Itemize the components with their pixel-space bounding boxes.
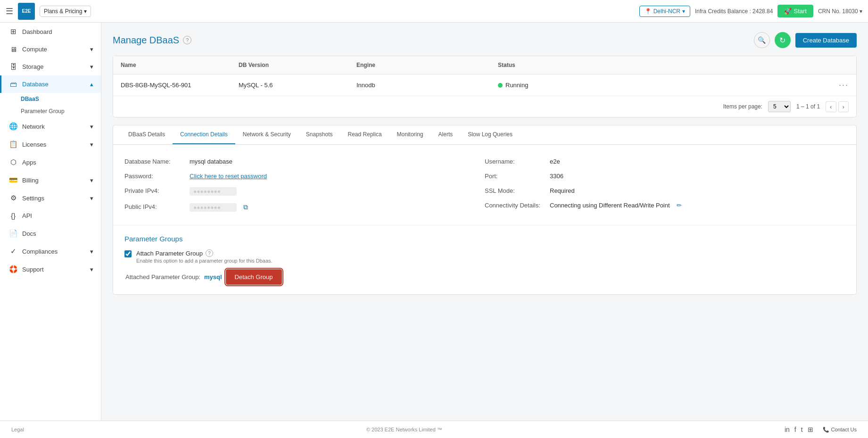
infra-credits: Infra Credits Balance : 2428.84 — [695, 8, 773, 15]
sidebar-item-compliances[interactable]: ✓ Compliances ▾ — [0, 242, 101, 260]
detail-tabs: DBaaS Details Connection Details Network… — [113, 125, 856, 145]
tab-snapshots[interactable]: Snapshots — [298, 125, 340, 144]
database-name-label: Database Name: — [124, 158, 186, 165]
param-help-icon[interactable]: ? — [206, 249, 213, 257]
facebook-icon[interactable]: f — [794, 426, 796, 433]
sidebar-item-compute[interactable]: 🖥 Compute ▾ — [0, 41, 101, 58]
storage-icon: 🗄 — [9, 63, 17, 71]
reset-password-link[interactable]: Click here to reset password — [190, 173, 267, 180]
private-ipv4-row: Private IPv4: ●●●●●●●● — [124, 183, 485, 199]
tab-dbaas-details[interactable]: DBaaS Details — [121, 125, 173, 144]
username-value: e2e — [550, 158, 560, 165]
pagination-info: 1 – 1 of 1 — [796, 103, 820, 110]
tab-monitoring[interactable]: Monitoring — [389, 125, 431, 144]
linkedin-icon[interactable]: in — [785, 426, 790, 433]
region-selector[interactable]: 📍 Delhi-NCR ▾ — [639, 6, 690, 17]
detail-card: DBaaS Details Connection Details Network… — [113, 125, 857, 295]
tab-network-security[interactable]: Network & Security — [235, 125, 298, 144]
sidebar-item-support[interactable]: 🛟 Support ▾ — [0, 260, 101, 278]
attach-label[interactable]: Attach Parameter Group — [136, 250, 203, 257]
database-icon: 🗃 — [9, 80, 17, 88]
sidebar-item-database[interactable]: 🗃 Database ▴ — [0, 75, 101, 93]
sidebar-sub-dbaas[interactable]: DBaaS — [0, 93, 101, 105]
footer-copyright: © 2023 E2E Networks Limited ™ — [366, 427, 442, 432]
tab-slow-log-queries[interactable]: Slow Log Queries — [460, 125, 520, 144]
public-ipv4-row: Public IPv4: ●●●●●●●● ⧉ — [124, 199, 485, 215]
port-row: Port: 3306 — [485, 169, 845, 183]
location-icon: 📍 — [645, 8, 652, 15]
detach-group-button[interactable]: Detach Group — [226, 269, 282, 285]
contact-us-link[interactable]: 📞 Contact Us — [823, 427, 857, 433]
sidebar-item-settings-label: Settings — [22, 195, 44, 202]
tab-read-replica[interactable]: Read Replica — [340, 125, 389, 144]
ssl-mode-label: SSL Mode: — [485, 187, 546, 194]
sidebar-item-apps[interactable]: ⬡ Apps — [0, 153, 101, 171]
crn-chevron-icon: ▾ — [860, 8, 862, 15]
dbaas-table-card: Name DB Version Engine Status DBS-8GB-My… — [113, 56, 857, 117]
connectivity-value: Connecting using Different Read/Write Po… — [550, 202, 670, 209]
refresh-button[interactable]: ↻ — [775, 32, 791, 48]
sidebar-item-api-label: API — [22, 212, 32, 219]
billing-icon: 💳 — [9, 176, 17, 184]
connectivity-label: Connectivity Details: — [485, 202, 546, 209]
ssl-mode-row: SSL Mode: Required — [485, 183, 845, 198]
sidebar-item-dashboard[interactable]: ⊞ Dashboard — [0, 23, 101, 41]
sidebar-item-support-label: Support — [22, 266, 44, 273]
items-per-page-label: Items per page: — [723, 103, 762, 110]
table-row[interactable]: DBS-8GB-MySQL-56-901 MySQL - 5.6 Innodb … — [113, 74, 856, 96]
create-database-button[interactable]: Create Database — [795, 33, 857, 48]
sidebar-sub-parameter-group[interactable]: Parameter Group — [0, 105, 101, 117]
sidebar-item-network[interactable]: 🌐 Network ▾ — [0, 117, 101, 135]
pagination-prev[interactable]: ‹ — [826, 101, 836, 112]
help-icon[interactable]: ? — [183, 36, 191, 44]
sidebar-item-storage[interactable]: 🗄 Storage ▾ — [0, 58, 101, 75]
ssl-mode-value: Required — [550, 187, 575, 194]
twitter-icon[interactable]: t — [801, 426, 803, 433]
sidebar-item-api[interactable]: {} API — [0, 207, 101, 224]
rocket-icon: 🚀 — [784, 8, 792, 15]
attach-param-group-row: Attach Parameter Group ? Enable this opt… — [124, 249, 845, 264]
support-icon: 🛟 — [9, 265, 17, 273]
crn-number[interactable]: CRN No. 18030 ▾ — [818, 8, 862, 15]
support-chevron-icon: ▾ — [90, 266, 93, 273]
username-label: Username: — [485, 158, 546, 165]
public-ipv4-value: ●●●●●●●● — [190, 203, 237, 212]
sidebar-item-docs[interactable]: 📄 Docs — [0, 224, 101, 242]
start-button[interactable]: 🚀 Start — [777, 5, 813, 17]
table-header: Name DB Version Engine Status — [113, 56, 856, 74]
rss-icon[interactable]: ⊞ — [808, 426, 813, 433]
database-name-value: mysql database — [190, 158, 232, 165]
attached-group-row: Attached Parameter Group: mysql Detach G… — [124, 269, 845, 285]
hamburger-menu[interactable]: ☰ — [6, 6, 13, 17]
database-chevron-up-icon: ▴ — [90, 81, 93, 88]
sidebar-item-docs-label: Docs — [22, 230, 36, 237]
sidebar-item-billing[interactable]: 💳 Billing ▾ — [0, 171, 101, 189]
tab-connection-details[interactable]: Connection Details — [173, 125, 235, 144]
sidebar-item-settings[interactable]: ⚙ Settings ▾ — [0, 189, 101, 207]
copy-public-ipv4-icon[interactable]: ⧉ — [243, 203, 248, 211]
logo: E2E — [18, 3, 35, 20]
footer-legal[interactable]: Legal — [11, 427, 24, 432]
attach-param-group-checkbox[interactable] — [124, 250, 132, 257]
connection-left: Database Name: mysql database Password: … — [124, 154, 485, 215]
items-per-page-select[interactable]: 5 10 20 — [768, 101, 791, 112]
licenses-icon: 📋 — [9, 140, 17, 149]
tab-alerts[interactable]: Alerts — [431, 125, 461, 144]
parameter-groups-title: Parameter Groups — [124, 235, 845, 243]
attach-param-group-label-row: Attach Parameter Group ? — [136, 249, 273, 257]
compliances-icon: ✓ — [9, 247, 17, 256]
more-actions-button[interactable]: ··· — [839, 80, 849, 90]
pagination-next[interactable]: › — [838, 101, 849, 112]
search-button[interactable]: 🔍 — [754, 32, 770, 48]
compute-icon: 🖥 — [9, 45, 17, 53]
sidebar-item-compliances-label: Compliances — [22, 248, 58, 255]
edit-connectivity-icon[interactable]: ✏ — [677, 202, 682, 209]
sidebar-item-billing-label: Billing — [22, 177, 39, 184]
sidebar-item-licenses[interactable]: 📋 Licenses ▾ — [0, 135, 101, 153]
pagination: Items per page: 5 10 20 1 – 1 of 1 ‹ › — [113, 96, 856, 117]
plans-pricing-dropdown[interactable]: Plans & Pricing ▾ — [40, 6, 91, 17]
settings-icon: ⚙ — [9, 194, 17, 202]
attached-group-value: mysql — [204, 273, 222, 281]
phone-icon: 📞 — [823, 427, 829, 433]
connection-grid: Database Name: mysql database Password: … — [124, 154, 845, 215]
